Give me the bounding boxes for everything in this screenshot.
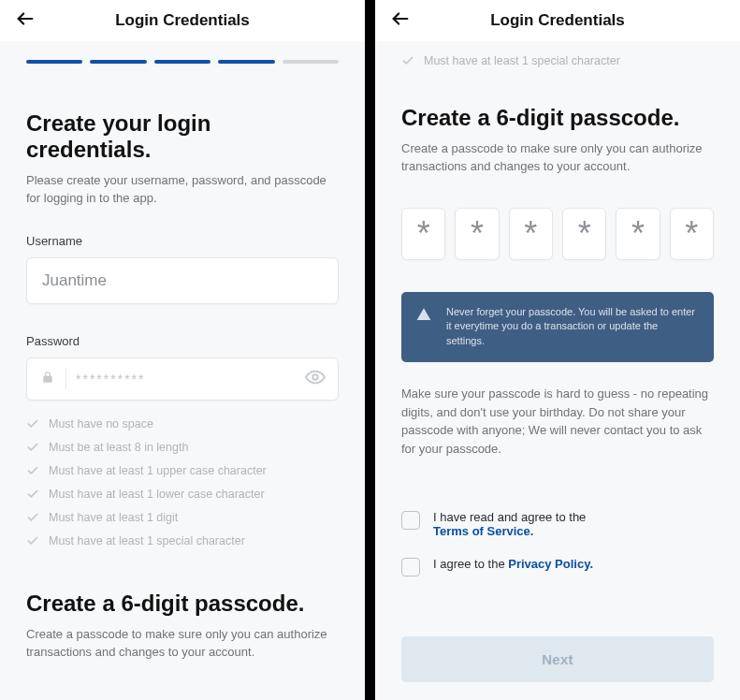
check-icon [26, 464, 39, 477]
phone-right: Login Credentials Must have at least 1 s… [375, 0, 740, 700]
progress-seg-2 [90, 60, 146, 64]
input-divider [65, 369, 66, 389]
info-text: Never forget your passcode. You will be … [446, 306, 695, 347]
progress-seg-3 [154, 60, 210, 64]
check-icon [26, 511, 39, 524]
passcode-tip: Make sure your passcode is hard to guess… [401, 385, 714, 458]
phone-separator [365, 0, 375, 700]
subtext-credentials: Please create your username, password, a… [26, 172, 339, 208]
rule-item: Must be at least 8 in length [26, 441, 339, 454]
check-icon [401, 54, 414, 67]
back-arrow-icon [390, 8, 411, 29]
subtext-passcode: Create a passcode to make sure only you … [26, 626, 339, 662]
progress-seg-5 [283, 60, 339, 64]
svg-point-1 [312, 374, 318, 380]
rule-item: Must have at least 1 lower case characte… [26, 488, 339, 501]
privacy-text: I agree to the Privacy Policy. [433, 557, 593, 571]
eye-icon [305, 367, 326, 387]
check-icon [26, 488, 39, 501]
rule-text: Must have at least 1 special character [424, 54, 620, 67]
rule-item: Must have at least 1 digit [26, 511, 339, 524]
rule-text: Must have at least 1 digit [49, 511, 178, 524]
back-arrow-icon [15, 8, 36, 29]
heading-passcode: Create a 6-digit passcode. [401, 105, 714, 131]
pin-box-2[interactable]: * [455, 208, 499, 260]
password-rules: Must have no space Must be at least 8 in… [26, 417, 339, 547]
pin-box-1[interactable]: * [401, 208, 445, 260]
page-title: Login Credentials [115, 11, 250, 30]
check-icon [26, 417, 39, 430]
rule-text: Must have at least 1 lower case characte… [49, 488, 265, 501]
pin-box-4[interactable]: * [562, 208, 606, 260]
check-icon [26, 441, 39, 454]
back-button[interactable] [15, 8, 36, 33]
privacy-checkbox-row: I agree to the Privacy Policy. [401, 557, 714, 576]
info-banner: Never forget your passcode. You will be … [401, 292, 714, 363]
privacy-link[interactable]: Privacy Policy. [508, 557, 593, 571]
terms-text: I have read and agree to the Terms of Se… [433, 510, 586, 538]
rule-text: Must have at least 1 special character [49, 534, 245, 547]
progress-seg-1 [26, 60, 82, 64]
rule-text: Must have at least 1 upper case characte… [49, 464, 267, 477]
back-button[interactable] [390, 8, 411, 33]
pin-box-5[interactable]: * [616, 208, 660, 260]
next-button[interactable]: Next [401, 636, 714, 682]
privacy-checkbox[interactable] [401, 558, 420, 576]
pin-box-6[interactable]: * [670, 208, 714, 260]
pin-box-3[interactable]: * [509, 208, 553, 260]
rule-item-trailing: Must have at least 1 special character [401, 54, 714, 67]
phone-left: Login Credentials Create your login cred… [0, 0, 365, 700]
terms-checkbox[interactable] [401, 511, 420, 530]
rule-text: Must be at least 8 in length [49, 441, 188, 454]
subtext-passcode: Create a passcode to make sure only you … [401, 140, 714, 176]
progress-bar [26, 60, 339, 64]
warning-icon [416, 307, 431, 322]
password-input[interactable]: ********** [26, 357, 339, 401]
lock-icon [41, 371, 54, 387]
heading-passcode: Create a 6-digit passcode. [26, 591, 339, 617]
show-password-button[interactable] [305, 367, 326, 391]
heading-credentials: Create your login credentials. [26, 110, 339, 163]
progress-seg-4 [218, 60, 274, 64]
passcode-input[interactable]: * * * * * * [401, 208, 714, 260]
rule-text: Must have no space [49, 417, 153, 430]
username-label: Username [26, 234, 339, 248]
check-icon [26, 534, 39, 547]
terms-link[interactable]: Terms of Service. [433, 524, 533, 538]
password-input-wrap: ********** [26, 357, 339, 401]
rule-item: Must have at least 1 upper case characte… [26, 464, 339, 477]
page-title: Login Credentials [490, 11, 625, 30]
app-header: Login Credentials [0, 0, 365, 41]
rule-item: Must have at least 1 special character [26, 534, 339, 547]
app-header: Login Credentials [375, 0, 740, 41]
username-input[interactable]: Juantime [26, 257, 339, 304]
terms-checkbox-row: I have read and agree to the Terms of Se… [401, 510, 714, 538]
rule-item: Must have no space [26, 417, 339, 430]
password-label: Password [26, 334, 339, 348]
